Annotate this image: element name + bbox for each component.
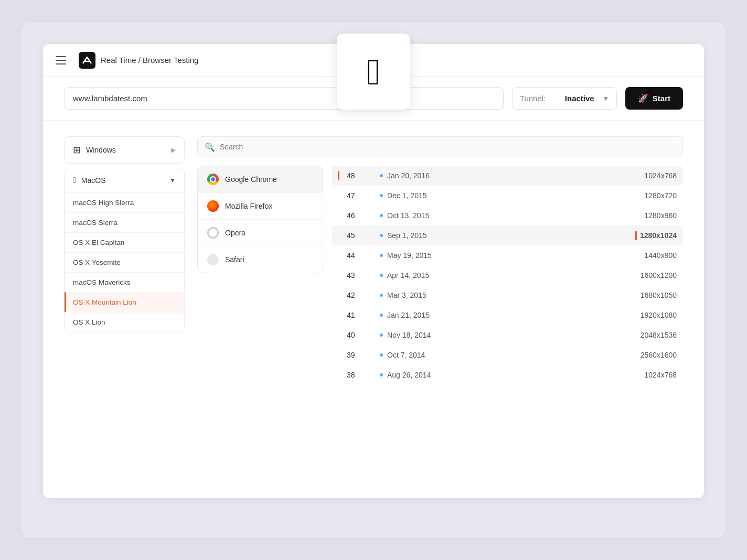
apple-small-icon:  [73, 176, 76, 185]
version-number: 42 [347, 291, 355, 299]
tunnel-dropdown[interactable]: Tunnel: Inactive ▼ [512, 87, 617, 110]
windows-os-item[interactable]: ⊞ Windows ▶ [65, 137, 184, 163]
url-input[interactable] [64, 87, 504, 110]
windows-icon: ⊞ [73, 144, 81, 156]
table-row[interactable]: 43 Apr 14, 2015 1600x1200 [332, 265, 683, 285]
date-dot [380, 333, 383, 337]
date-dot [380, 194, 383, 197]
version-date: Mar 3, 2015 [387, 291, 426, 299]
res-selected-indicator [635, 231, 637, 240]
version-yosemite[interactable]: OS X Yosemite [65, 252, 184, 272]
version-date: Aug 26, 2014 [387, 371, 431, 379]
apple-os-popup:  [337, 34, 410, 110]
version-number: 43 [347, 271, 355, 279]
browser-firefox[interactable]: Mozilla Firefox [198, 193, 323, 220]
table-row[interactable]: 44 May 19, 2015 1440x900 [332, 245, 683, 265]
version-mavericks[interactable]: macOS Mavericks [65, 272, 184, 292]
version-number: 44 [347, 251, 355, 260]
version-date: May 19, 2015 [387, 251, 432, 260]
rocket-icon: 🚀 [638, 93, 648, 103]
version-resolution-selected: 1280x1024 [614, 231, 677, 240]
hamburger-button[interactable] [56, 52, 72, 69]
version-resolution: 1024x768 [614, 371, 677, 379]
version-date: Sep 1, 2015 [387, 231, 427, 240]
search-container: 🔍 [197, 136, 683, 157]
macos-label: MacOS [81, 176, 106, 185]
version-lion[interactable]: OS X Lion [65, 312, 184, 332]
safari-label: Safari [225, 255, 244, 264]
windows-label: Windows [86, 146, 116, 154]
app-logo [79, 52, 95, 69]
version-sierra[interactable]: macOS Sierra [65, 212, 184, 232]
version-high-sierra[interactable]: macOS High Sierra [65, 192, 184, 212]
search-input[interactable] [197, 136, 683, 157]
browser-opera[interactable]: Opera [198, 220, 323, 246]
version-number: 41 [347, 311, 355, 319]
apple-logo-large:  [367, 53, 380, 90]
date-dot [380, 254, 383, 257]
table-row[interactable]: 47 Dec 1, 2015 1280x720 [332, 186, 683, 206]
version-number: 48 [347, 171, 355, 180]
start-button[interactable]: 🚀 Start [625, 87, 683, 110]
right-panel: 🔍 Google Chrome Mozilla Firefox [197, 136, 683, 482]
table-row[interactable]: 40 Nov 18, 2014 2048x1536 [332, 325, 683, 345]
sidebar: ⊞ Windows ▶  MacOS ▼ [64, 136, 185, 482]
svg-rect-0 [79, 52, 95, 69]
tunnel-status: Inactive [565, 94, 594, 103]
version-date: Jan 21, 2015 [387, 311, 430, 319]
chrome-icon [207, 174, 219, 185]
version-resolution: 1920x1080 [614, 311, 677, 319]
browser-safari[interactable]: Safari [198, 246, 323, 273]
firefox-icon [207, 200, 219, 212]
tunnel-chevron-icon: ▼ [603, 95, 609, 102]
table-row[interactable]: 45 Sep 1, 2015 1280x1024 [332, 225, 683, 245]
date-dot [380, 174, 383, 177]
chrome-label: Google Chrome [225, 175, 277, 184]
version-number: 40 [347, 331, 355, 339]
start-label: Start [653, 94, 670, 103]
browser-version-container: Google Chrome Mozilla Firefox Opera [197, 166, 683, 385]
table-row[interactable]: 42 Mar 3, 2015 1680x1050 [332, 285, 683, 305]
browser-chrome[interactable]: Google Chrome [198, 166, 323, 193]
table-row[interactable]: 48 Jan 20, 2016 1024x768 [332, 166, 683, 186]
version-number: 47 [347, 191, 355, 200]
table-row[interactable]: 46 Oct 13, 2015 1280x960 [332, 206, 683, 225]
version-resolution: 1280x960 [614, 211, 677, 220]
version-date: Oct 7, 2014 [387, 351, 425, 359]
date-dot [380, 234, 383, 237]
table-row[interactable]: 38 Aug 26, 2014 1024x768 [332, 365, 683, 385]
version-el-capitan[interactable]: OS X El Capitan [65, 232, 184, 252]
version-table: 48 Jan 20, 2016 1024x768 [332, 166, 683, 385]
date-dot [380, 353, 383, 357]
date-dot [380, 294, 383, 297]
version-resolution: 1600x1200 [614, 271, 677, 279]
windows-section: ⊞ Windows ▶ [64, 136, 185, 164]
macos-chevron-icon: ▼ [169, 177, 176, 184]
version-resolution: 2048x1536 [614, 331, 677, 339]
version-number: 39 [347, 351, 355, 359]
opera-label: Opera [225, 229, 246, 237]
version-date: Nov 18, 2014 [387, 331, 431, 339]
version-resolution: 1024x768 [614, 171, 677, 180]
macos-header-item[interactable]:  MacOS ▼ [65, 168, 184, 192]
version-resolution: 1680x1050 [614, 291, 677, 299]
opera-icon [207, 227, 219, 239]
windows-chevron-icon: ▶ [171, 146, 176, 154]
date-dot [380, 373, 383, 376]
outer-container:  Real Time / Browser Testing Tunnel: In… [22, 23, 725, 537]
firefox-label: Mozilla Firefox [225, 202, 272, 210]
content-area: ⊞ Windows ▶  MacOS ▼ [43, 121, 704, 498]
version-resolution: 1280x720 [614, 191, 677, 200]
safari-icon [207, 254, 219, 265]
version-resolution: 1440x900 [614, 251, 677, 260]
version-mountain-lion[interactable]: OS X Mountain Lion [65, 292, 184, 312]
table-row[interactable]: 39 Oct 7, 2014 2560x1600 [332, 345, 683, 365]
date-dot [380, 314, 383, 317]
version-number: 38 [347, 371, 355, 379]
macos-section:  MacOS ▼ macOS High Sierra macOS Sierra… [64, 168, 185, 332]
version-resolution: 2560x1600 [614, 351, 677, 359]
macos-version-list: macOS High Sierra macOS Sierra OS X El C… [65, 192, 184, 332]
version-number: 46 [347, 211, 355, 220]
table-row[interactable]: 41 Jan 21, 2015 1920x1080 [332, 305, 683, 325]
date-dot [380, 274, 383, 277]
